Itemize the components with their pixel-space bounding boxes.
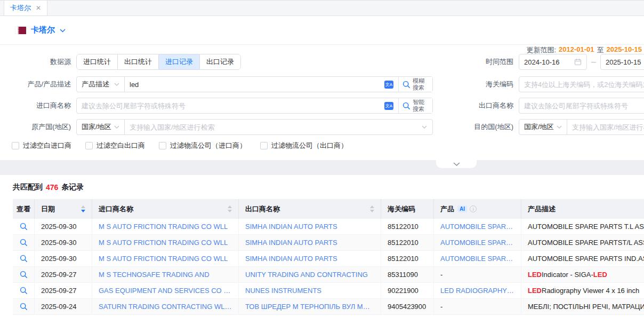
data-source-option[interactable]: 进口统计	[77, 54, 117, 69]
date-start-input[interactable]: 2024-10-16	[519, 54, 587, 70]
filter-checkbox[interactable]: 过滤空白进口商	[12, 141, 71, 150]
cell-date: 2025-09-30	[35, 219, 92, 234]
filter-checkbox[interactable]: 过滤物流公司（进口商）	[159, 141, 246, 150]
exporter-link[interactable]: SIMHA INDIAN AUTO PARTS	[245, 239, 337, 247]
exporter-link[interactable]: UNITY TRADING AND CONTRACTING	[245, 271, 368, 279]
ai-badge: AI	[457, 205, 467, 212]
dest-country-label: 目的国(地区)	[469, 122, 513, 132]
origin-country-input[interactable]	[125, 120, 422, 134]
view-record-icon[interactable]	[20, 239, 28, 247]
importer-link[interactable]: M S AUTO FRICTION TRADING CO WLL	[99, 255, 228, 263]
exporter-link[interactable]: SIMHA INDIAN AUTO PARTS	[245, 223, 337, 231]
tab-bar: 卡塔尔 ✕	[0, 0, 644, 16]
collapse-toggle[interactable]	[436, 160, 477, 168]
checkbox-box[interactable]	[260, 142, 268, 149]
data-source-option[interactable]: 出口统计	[117, 54, 158, 69]
smart-search-button[interactable]: 智能搜索	[398, 98, 432, 113]
importer-link[interactable]: GAS EQUIPMENT AND SERVICES CO LTD	[99, 287, 232, 295]
cell-description: LED Radiography Viewer 4 x 16 inch	[521, 283, 644, 298]
exporter-link[interactable]: SIMHA INDIAN AUTO PARTS	[245, 255, 337, 263]
cell-description: AUTOMOBILE SPARE PARTST/L ASSY ...	[521, 235, 644, 250]
importer-link[interactable]: M S AUTO FRICTION TRADING CO WLL	[99, 223, 228, 231]
tab-close-icon[interactable]: ✕	[36, 4, 41, 12]
view-record-icon[interactable]	[20, 287, 28, 295]
column-header-hs-code: 海关编码	[381, 199, 434, 219]
records-table: 查看 日期 进口商名称 出口商名称 海关编码 产品	[13, 199, 644, 315]
product-type-select[interactable]: 产品描述	[77, 77, 125, 92]
product-input-group: 产品描述 文A 模糊搜索	[76, 76, 433, 92]
data-source-group: 进口统计出口统计进口记录出口记录	[76, 54, 241, 70]
importer-label: 进口商名称	[0, 101, 71, 110]
exporter-link[interactable]: NUNES INSTRUMENTS	[245, 287, 321, 295]
exporter-input[interactable]	[519, 98, 644, 114]
column-header-date[interactable]: 日期	[35, 199, 92, 219]
fuzzy-search-label: 模糊搜索	[413, 77, 425, 91]
exporter-row: 出口商名称	[469, 98, 644, 114]
cell-description: LED Indicator - SIGA-LED	[521, 267, 644, 282]
fuzzy-search-button[interactable]: 模糊搜索	[398, 77, 432, 92]
cell-exporter: SIMHA INDIAN AUTO PARTS	[239, 251, 381, 266]
time-range-row: 时间范围 2024-10-16 – 2025-10-15	[469, 54, 644, 70]
checkbox-label: 过滤物流公司（出口商）	[271, 141, 348, 150]
checkbox-box[interactable]	[159, 142, 166, 149]
cell-importer: M S AUTO FRICTION TRADING CO WLL	[92, 235, 239, 250]
origin-country-select[interactable]: 国家/地区	[77, 120, 125, 134]
product-search-input[interactable]	[125, 77, 384, 92]
data-source-option[interactable]: 进口记录	[158, 54, 199, 69]
translate-icon[interactable]: 文A	[384, 102, 393, 110]
cell-date: 2025-09-30	[35, 235, 92, 250]
dest-country-select[interactable]: 国家/地区	[519, 120, 567, 134]
product-link[interactable]: AUTOMOBILE SPARE P...	[440, 239, 514, 247]
product-link[interactable]: LED RADIOGRAPHY VI...	[440, 287, 514, 295]
cell-view	[13, 283, 35, 298]
hs-code-label: 海关编码	[469, 80, 513, 89]
cell-view	[13, 267, 35, 282]
table-row: 2025-09-24SATURN TRADING CONTRACTING WLL…	[13, 299, 644, 315]
checkbox-box[interactable]	[12, 142, 19, 149]
table-row: 2025-09-27GAS EQUIPMENT AND SERVICES CO …	[13, 283, 644, 299]
filter-checkbox[interactable]: 过滤物流公司（出口商）	[260, 141, 348, 150]
translate-icon[interactable]: 文A	[384, 81, 393, 89]
cell-exporter: SIMHA INDIAN AUTO PARTS	[239, 219, 381, 234]
checkbox-box[interactable]	[85, 142, 93, 149]
table-row: 2025-09-30M S AUTO FRICTION TRADING CO W…	[13, 251, 644, 267]
view-record-icon[interactable]	[20, 271, 28, 279]
data-source-option[interactable]: 出口记录	[199, 54, 240, 69]
importer-input[interactable]	[77, 98, 384, 113]
view-record-icon[interactable]	[20, 303, 28, 311]
view-record-icon[interactable]	[20, 255, 28, 263]
time-range-label: 时间范围	[469, 57, 513, 67]
origin-country-label: 原产国(地区)	[0, 122, 71, 132]
product-link[interactable]: AUTOMOBILE SPARE P...	[440, 255, 514, 263]
view-record-icon[interactable]	[20, 223, 28, 231]
product-label: 产品/产品描述	[0, 80, 71, 89]
sort-icon[interactable]	[77, 205, 85, 212]
app-window: 卡塔尔 ✕ 卡塔尔 更新范围: 2012-01-01 至 2025-10-15 …	[0, 0, 644, 317]
cell-exporter: UNITY TRADING AND CONTRACTING	[239, 267, 381, 282]
sort-icon[interactable]	[366, 205, 374, 212]
date-end-input[interactable]: 2025-10-15	[600, 54, 644, 70]
filter-checkbox[interactable]: 过滤空白出口商	[85, 141, 145, 150]
importer-link[interactable]: SATURN TRADING CONTRACTING WLL BUI...	[99, 303, 232, 311]
column-header-importer[interactable]: 进口商名称	[92, 199, 239, 219]
data-source-label: 数据源	[0, 57, 71, 67]
column-header-exporter[interactable]: 出口商名称	[239, 199, 381, 219]
sort-icon[interactable]	[223, 205, 232, 212]
origin-country-row: 原产国(地区) 国家/地区	[0, 119, 433, 135]
importer-row: 进口商名称 文A 智能搜索	[0, 98, 433, 114]
product-link[interactable]: AUTOMOBILE SPARE P...	[440, 223, 514, 231]
cell-date: 2025-09-30	[35, 251, 92, 266]
results-summary: 共匹配到 476 条记录	[0, 183, 644, 192]
info-icon[interactable]: i	[470, 205, 477, 212]
hs-code-input[interactable]	[519, 76, 644, 92]
exporter-link[interactable]: ТОВ ШРЕДЕР М ТЕРНОПІЛЬ ВУЛ МИКУЛИ...	[245, 303, 374, 311]
dest-country-input[interactable]	[567, 120, 644, 134]
checkbox-label: 过滤空白进口商	[23, 141, 71, 150]
cell-exporter: ТОВ ШРЕДЕР М ТЕРНОПІЛЬ ВУЛ МИКУЛИ...	[239, 299, 381, 314]
chevron-down-icon	[422, 125, 427, 129]
chevron-down-icon[interactable]	[60, 29, 66, 33]
importer-link[interactable]: M S TECHNOSAFE TRADING AND	[99, 271, 210, 279]
importer-link[interactable]: M S AUTO FRICTION TRADING CO WLL	[99, 239, 228, 247]
column-header-view: 查看	[13, 199, 35, 219]
tab-qatar[interactable]: 卡塔尔 ✕	[4, 0, 47, 15]
